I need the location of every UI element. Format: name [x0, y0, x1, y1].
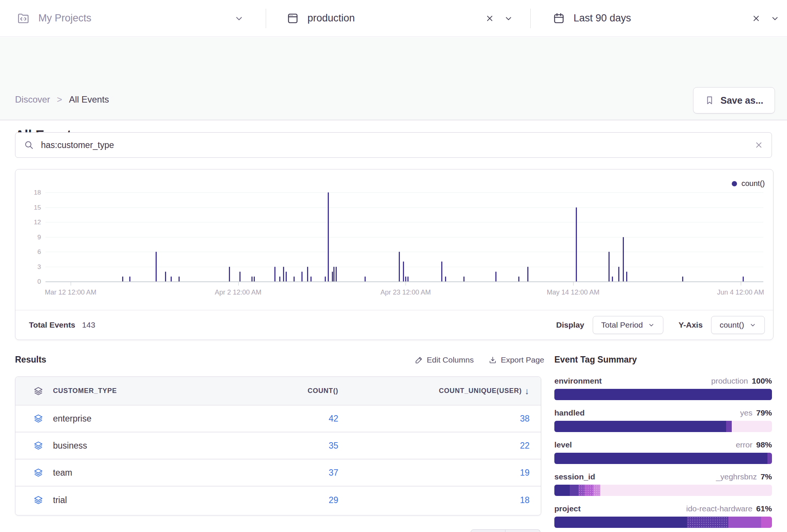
count-cell-link[interactable]: 35 [328, 441, 338, 451]
tag-bar-segment[interactable] [726, 421, 731, 432]
y-axis-tick-label: 15 [18, 204, 41, 212]
save-as-button[interactable]: Save as... [693, 87, 775, 113]
project-filter[interactable]: My Projects [0, 0, 266, 36]
tag-bar-segment[interactable] [728, 517, 761, 528]
chart-data-spike [399, 252, 400, 281]
previous-page-button[interactable] [471, 529, 505, 532]
tag-bar-segment[interactable] [578, 485, 585, 496]
edit-columns-button[interactable]: Edit Columns [415, 355, 474, 364]
project-filter-chevron-down-icon[interactable] [234, 14, 244, 23]
yaxis-label: Y-Axis [678, 320, 702, 329]
window-icon [286, 12, 299, 25]
tag-top-percent: 100% [752, 376, 772, 385]
next-page-button[interactable] [505, 529, 540, 532]
count-unique-user-cell-link[interactable]: 22 [520, 441, 530, 451]
tag-bar-segment[interactable] [593, 485, 600, 496]
chart-data-spike [743, 277, 744, 281]
display-select[interactable]: Total Period [593, 316, 664, 334]
tag-summary-row: handledyes79% [554, 408, 772, 432]
date-range-clear-icon[interactable] [752, 14, 761, 23]
column-header-customer-type[interactable]: CUSTOMER_TYPE [53, 387, 117, 395]
chart-data-spike [612, 277, 613, 281]
environment-filter[interactable]: production [266, 0, 530, 36]
environment-filter-chevron-down-icon[interactable] [504, 14, 513, 23]
x-axis-tick [406, 282, 406, 286]
tag-bar-segment[interactable] [767, 453, 772, 464]
event-tag-summary-title: Event Tag Summary [554, 355, 772, 365]
tag-top-value: production [711, 376, 748, 385]
tag-name: handled [554, 408, 585, 417]
tag-bar-segment[interactable] [687, 517, 728, 528]
y-axis-tick-label: 9 [18, 234, 41, 241]
yaxis-select[interactable]: count() [711, 316, 765, 334]
table-row: business3522 [15, 432, 541, 459]
count-cell-link[interactable]: 37 [328, 468, 338, 478]
search-input[interactable] [41, 140, 754, 150]
chart-data-spike [301, 272, 303, 281]
chart-data-spike [365, 277, 366, 281]
date-range-label: Last 90 days [574, 12, 631, 24]
column-header-count-unique-user[interactable]: COUNT_UNIQUE(USER) ↓ [439, 386, 530, 396]
count-cell-link[interactable]: 42 [328, 414, 338, 424]
tag-top-percent: 98% [756, 440, 772, 449]
tag-name: environment [554, 376, 602, 385]
chart-gridline [45, 252, 763, 252]
count-unique-user-cell-link[interactable]: 18 [520, 495, 530, 505]
chart-data-spike [495, 272, 496, 281]
column-header-count[interactable]: COUNT() [307, 387, 338, 395]
table-body: enterprise4238business3522team3719trial2… [15, 405, 541, 514]
events-time-chart[interactable]: 0369121518Mar 12 12:00 AMApr 2 12:00 AMA… [45, 190, 763, 282]
yaxis-select-value: count() [720, 320, 744, 329]
tag-distribution-bar [554, 389, 772, 400]
bookmark-icon [705, 95, 714, 105]
tag-bar-segment[interactable] [554, 421, 726, 432]
tag-bar-segment[interactable] [761, 517, 772, 528]
table-row: trial2918 [15, 487, 541, 514]
projects-folder-icon [17, 12, 30, 25]
tag-bar-segment[interactable] [554, 485, 570, 496]
x-axis-tick-label: Mar 12 12:00 AM [22, 289, 120, 296]
environment-filter-clear-icon[interactable] [485, 14, 494, 23]
chart-data-spike [310, 277, 312, 281]
chart-data-spike [274, 267, 275, 282]
breadcrumb: Discover > All Events [15, 94, 109, 105]
total-events-value: 143 [82, 320, 95, 329]
tag-bar-segment[interactable] [554, 389, 772, 400]
count-unique-user-cell-link[interactable]: 19 [520, 468, 530, 478]
legend-series-label: count() [742, 179, 765, 188]
export-page-button[interactable]: Export Page [489, 355, 544, 364]
tag-name: project [554, 504, 581, 513]
chart-data-spike [239, 272, 241, 281]
tag-bar-segment[interactable] [570, 485, 578, 496]
display-label: Display [556, 320, 584, 329]
customer-type-cell: team [53, 468, 72, 478]
tag-bar-segment[interactable] [554, 517, 687, 528]
customer-type-cell: trial [53, 495, 67, 505]
chart-data-spike [286, 272, 287, 281]
chart-data-spike [122, 277, 123, 281]
tag-bar-segment[interactable] [554, 453, 767, 464]
tag-summary-row: environmentproduction100% [554, 376, 772, 400]
display-select-value: Total Period [601, 320, 643, 329]
customer-type-cell: business [53, 441, 87, 451]
chart-gridline [45, 237, 763, 237]
x-axis-tick-label: Apr 23 12:00 AM [357, 289, 454, 296]
chart-data-spike [445, 277, 446, 281]
chart-data-spike [682, 277, 683, 281]
table-row: enterprise4238 [15, 405, 541, 432]
x-axis-tick-label: Apr 2 12:00 AM [189, 289, 287, 296]
page-header: Discover > All Events Save as... All Eve… [0, 37, 787, 120]
search-bar[interactable] [15, 132, 772, 158]
date-range-filter[interactable]: Last 90 days [531, 0, 787, 36]
search-clear-icon[interactable] [754, 141, 763, 150]
breadcrumb-discover-link[interactable]: Discover [15, 94, 50, 105]
count-cell-link[interactable]: 29 [328, 495, 338, 505]
project-filter-label: My Projects [38, 12, 91, 24]
chart-data-spike [518, 277, 519, 281]
chart-data-spike [441, 261, 442, 281]
tag-bar-segment[interactable] [585, 485, 593, 496]
tag-top-value: error [736, 440, 752, 449]
count-unique-user-cell-link[interactable]: 38 [520, 414, 530, 424]
chart-legend[interactable]: count() [732, 179, 765, 188]
date-range-chevron-down-icon[interactable] [770, 14, 779, 23]
